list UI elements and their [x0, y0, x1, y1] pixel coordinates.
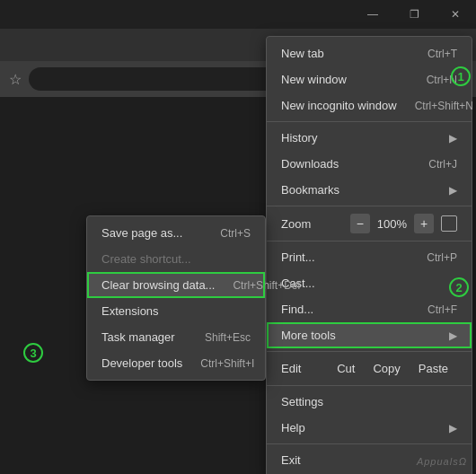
menu-item-print[interactable]: Print... Ctrl+P	[267, 244, 472, 270]
submenu-item-label: Extensions	[101, 304, 159, 318]
watermark: AppualsΩ	[417, 456, 467, 467]
cut-button[interactable]: Cut	[328, 359, 364, 378]
menu-item-label: Settings	[281, 395, 323, 408]
close-button[interactable]: ✕	[435, 0, 476, 29]
menu-item-label: Exit	[281, 453, 301, 467]
divider-4	[267, 351, 472, 352]
menu-item-bookmarks[interactable]: Bookmarks ▶	[267, 177, 472, 203]
zoom-controls: − 100% +	[350, 214, 457, 233]
menu-item-history[interactable]: History ▶	[267, 125, 472, 151]
edit-row: Edit Cut Copy Paste	[267, 355, 472, 382]
arrow-icon: ▶	[449, 132, 457, 145]
arrow-icon: ▶	[449, 184, 457, 197]
main-menu: New tab Ctrl+T New window Ctrl+N New inc…	[266, 36, 472, 474]
divider-1	[267, 121, 472, 122]
submenu-item-save-page[interactable]: Save page as... Ctrl+S	[87, 220, 265, 246]
submenu-item-shortcut: Ctrl+Shift+I	[200, 357, 254, 370]
zoom-plus-button[interactable]: +	[414, 214, 434, 233]
menu-item-label: History	[281, 131, 317, 145]
zoom-label: Zoom	[281, 217, 311, 231]
submenu-item-shortcut: Shift+Esc	[205, 331, 251, 344]
divider-5	[267, 385, 472, 386]
menu-item-shortcut: Ctrl+Shift+N	[415, 100, 473, 112]
submenu-item-clear-browsing[interactable]: Clear browsing data... Ctrl+Shift+Del	[87, 272, 265, 298]
divider-6	[267, 443, 472, 444]
menu-item-shortcut: Ctrl+N	[427, 74, 457, 86]
menu-item-settings[interactable]: Settings	[267, 389, 472, 415]
submenu-item-developer-tools[interactable]: Developer tools Ctrl+Shift+I	[87, 350, 265, 376]
arrow-icon: ▶	[449, 329, 457, 342]
menu-item-find[interactable]: Find... Ctrl+F	[267, 296, 472, 322]
menu-item-label: New tab	[281, 47, 324, 60]
zoom-minus-button[interactable]: −	[350, 214, 370, 233]
menu-item-label: Bookmarks	[281, 183, 339, 197]
divider-3	[267, 241, 472, 241]
submenu-item-label: Task manager	[101, 330, 175, 344]
menu-item-shortcut: Ctrl+J	[428, 158, 457, 171]
submenu-item-label: Developer tools	[101, 356, 182, 370]
menu-item-label: Help	[281, 421, 305, 434]
menu-item-shortcut: Ctrl+F	[428, 303, 457, 316]
copy-button[interactable]: Copy	[364, 359, 409, 378]
arrow-icon: ▶	[449, 422, 457, 434]
submenu-item-extensions[interactable]: Extensions	[87, 298, 265, 324]
submenu-item-shortcut: Ctrl+S	[220, 227, 251, 240]
submenu-item-shortcut: Ctrl+Shift+Del	[233, 279, 300, 292]
menu-item-label: Downloads	[281, 157, 339, 171]
menu-item-label: More tools	[281, 329, 336, 342]
menu-item-more-tools[interactable]: More tools ▶	[267, 322, 472, 348]
menu-item-label: Find...	[281, 303, 313, 316]
submenu-item-label: Clear browsing data...	[101, 278, 215, 292]
paste-button[interactable]: Paste	[410, 359, 457, 378]
zoom-value: 100%	[377, 217, 407, 231]
zoom-row: Zoom − 100% +	[267, 209, 472, 238]
submenu-item-label: Save page as...	[101, 226, 182, 240]
menu-item-incognito[interactable]: New incognito window Ctrl+Shift+N	[267, 92, 472, 118]
menu-item-label: Print...	[281, 250, 315, 264]
submenu-item-task-manager[interactable]: Task manager Shift+Esc	[87, 324, 265, 350]
submenu-item-label: Create shortcut...	[101, 252, 191, 266]
titlebar: — ❐ ✕	[0, 0, 476, 29]
menu-item-help[interactable]: Help ▶	[267, 415, 472, 441]
menu-item-new-tab[interactable]: New tab Ctrl+T	[267, 40, 472, 66]
menu-item-downloads[interactable]: Downloads Ctrl+J	[267, 151, 472, 177]
fullscreen-button[interactable]	[441, 215, 457, 232]
menu-item-label: New window	[281, 73, 347, 86]
submenu-item-create-shortcut[interactable]: Create shortcut...	[87, 246, 265, 272]
menu-item-label: New incognito window	[281, 99, 397, 112]
star-icon[interactable]: ☆	[9, 71, 22, 88]
edit-label: Edit	[281, 362, 328, 375]
menu-item-shortcut: Ctrl+P	[427, 251, 457, 264]
divider-2	[267, 206, 472, 206]
submenu-more-tools: Save page as... Ctrl+S Create shortcut..…	[86, 215, 266, 381]
minimize-button[interactable]: —	[352, 0, 393, 29]
menu-item-new-window[interactable]: New window Ctrl+N	[267, 66, 472, 92]
menu-item-shortcut: Ctrl+T	[428, 48, 457, 60]
restore-button[interactable]: ❐	[393, 0, 435, 29]
